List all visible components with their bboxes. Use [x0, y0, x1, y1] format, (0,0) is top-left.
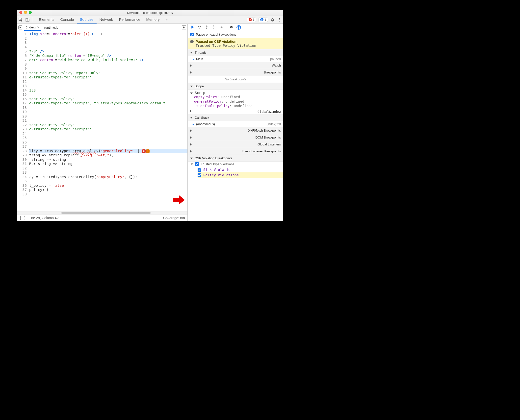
minimize-window-dot[interactable] — [24, 11, 27, 14]
svg-rect-2 — [28, 19, 29, 21]
svg-point-4 — [279, 19, 280, 20]
pause-on-caught-row: Pause on caught exceptions — [188, 31, 283, 38]
thread-main[interactable]: ➔Mainpaused — [188, 56, 283, 62]
more-tabs-icon[interactable] — [182, 25, 186, 29]
file-tabstrip: (index)✕ runtime.js — [17, 24, 187, 31]
svg-rect-1 — [26, 18, 28, 21]
svg-point-5 — [279, 21, 280, 21]
issue-count: 1 — [264, 18, 266, 22]
svg-point-9 — [213, 28, 214, 29]
devtools-window: DevTools - tt-enforced.glitch.me/ Elemen… — [17, 10, 283, 221]
current-thread-arrow-icon: ➔ — [192, 57, 194, 61]
paused-banner: iPaused on CSP violation Trusted Type Po… — [188, 38, 283, 49]
scope-global[interactable]: GlobalWindow — [188, 109, 283, 114]
tab-sources[interactable]: Sources — [77, 16, 97, 23]
callstack-header[interactable]: Call Stack — [188, 114, 283, 121]
navigator-toggle-icon[interactable] — [18, 25, 22, 29]
scrollbar-thumb[interactable] — [61, 212, 151, 214]
tab-network[interactable]: Network — [97, 16, 116, 23]
resume-icon[interactable] — [190, 25, 194, 30]
tab-console[interactable]: Console — [57, 16, 77, 23]
csp-policy-row[interactable]: Policy Violations — [198, 172, 283, 178]
step-into-icon[interactable] — [205, 25, 209, 30]
callout-arrow-icon — [173, 195, 185, 205]
pretty-print-icon[interactable]: { } — [19, 216, 26, 220]
main-toolbar: Elements Console Sources Network Perform… — [17, 16, 283, 24]
svg-point-3 — [279, 18, 280, 19]
step-over-icon[interactable] — [197, 25, 202, 30]
tab-memory[interactable]: Memory — [143, 16, 163, 23]
watch-header[interactable]: Watch — [188, 62, 283, 69]
section-header[interactable]: CSP Violation Breakpoints — [188, 155, 283, 162]
csp-tt-label: Trusted Type Violations — [201, 162, 234, 166]
file-tab-index[interactable]: (index)✕ — [24, 24, 41, 31]
coverage-status: Coverage: n/a — [163, 216, 185, 220]
svg-point-10 — [222, 27, 223, 27]
panel-tabs: Elements Console Sources Network Perform… — [36, 16, 171, 23]
section-header[interactable]: Event Listener Breakpoints — [188, 148, 283, 155]
device-toolbar-icon[interactable] — [25, 18, 30, 22]
editor-h-scrollbar[interactable] — [17, 211, 187, 214]
source-editor-pane: (index)✕ runtime.js 12345678910111213141… — [17, 24, 188, 221]
step-icon[interactable] — [219, 25, 223, 30]
code-editor[interactable]: 1234567891011121314151617181920212223242… — [17, 31, 187, 211]
scope-var[interactable]: emptyPolicy: undefined — [190, 95, 283, 99]
info-icon: i — [190, 40, 194, 43]
section-header[interactable]: Global Listeners — [188, 141, 283, 148]
step-out-icon[interactable] — [212, 25, 216, 30]
error-count-badge[interactable]: ×1 — [247, 18, 256, 22]
no-breakpoints-label: No breakpoints — [188, 76, 283, 83]
cursor-position: Line 28, Column 42 — [28, 216, 58, 220]
issue-count-badge[interactable]: ❚1 — [259, 18, 268, 22]
debugger-toolbar: ❚❚ — [188, 24, 283, 31]
section-header[interactable]: XHR/fetch Breakpoints — [188, 127, 283, 134]
csp-tt-checkbox[interactable] — [195, 162, 199, 166]
editor-statusbar: { } Line 28, Column 42 Coverage: n/a — [17, 214, 187, 221]
close-tab-icon[interactable]: ✕ — [37, 26, 39, 29]
zoom-window-dot[interactable] — [29, 11, 32, 14]
scope-var[interactable]: generalPolicy: undefined — [190, 99, 283, 104]
deactivate-breakpoints-icon[interactable] — [229, 25, 234, 30]
csp-sink-checkbox[interactable] — [198, 168, 201, 172]
svg-point-8 — [206, 28, 207, 29]
tab-elements[interactable]: Elements — [36, 16, 57, 23]
svg-point-7 — [199, 28, 200, 28]
error-count: 1 — [253, 18, 255, 22]
file-tab-runtime[interactable]: runtime.js — [43, 24, 60, 30]
inspect-element-icon[interactable] — [18, 18, 23, 22]
csp-policy-checkbox[interactable] — [198, 173, 201, 177]
scope-var[interactable]: is_default_policy: undefined — [190, 104, 283, 108]
pause-on-caught-checkbox[interactable] — [190, 33, 194, 36]
code-area[interactable]: <img src=1 onerror='alert(1)'> --> f-8" … — [28, 31, 187, 211]
breakpoints-header[interactable]: Breakpoints — [188, 69, 283, 76]
pause-on-caught-label: Pause on caught exceptions — [196, 33, 236, 36]
csp-sink-row[interactable]: Sink Violations — [198, 167, 283, 172]
debugger-pane: ❚❚ Pause on caught exceptions iPaused on… — [188, 24, 283, 221]
scope-body: Script emptyPolicy: undefinedgeneralPoli… — [188, 90, 283, 109]
close-window-dot[interactable] — [19, 11, 22, 14]
kebab-menu-icon[interactable] — [277, 18, 282, 22]
titlebar: DevTools - tt-enforced.glitch.me/ — [17, 10, 283, 16]
tab-performance[interactable]: Performance — [116, 16, 143, 23]
window-title: DevTools - tt-enforced.glitch.me/ — [127, 11, 173, 15]
scope-header[interactable]: Scope — [188, 83, 283, 90]
threads-header[interactable]: Threads — [188, 49, 283, 56]
line-number-gutter: 1234567891011121314151617181920212223242… — [17, 31, 28, 211]
tab-overflow[interactable]: » — [163, 16, 171, 23]
section-header[interactable]: DOM Breakpoints — [188, 134, 283, 141]
svg-rect-6 — [191, 25, 192, 28]
current-frame-arrow-icon: ➔ — [192, 122, 194, 126]
pause-on-exceptions-icon[interactable]: ❚❚ — [236, 25, 241, 30]
settings-gear-icon[interactable] — [270, 18, 275, 22]
callstack-frame[interactable]: ➔(anonymous)(index):28 — [188, 121, 283, 127]
